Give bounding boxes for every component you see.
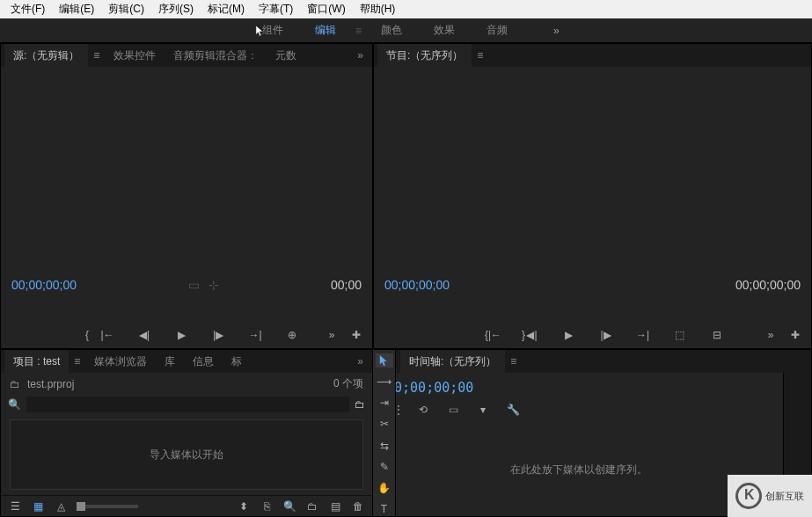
tab-media-browser[interactable]: 媒体浏览器: [85, 350, 156, 373]
sort-icon[interactable]: ⬍: [237, 499, 251, 513]
goto-in-icon[interactable]: |←: [100, 328, 114, 342]
project-panel: 项目 : test ≡ 媒体浏览器 库 信息 标 » 🗀 test.prproj…: [0, 349, 373, 517]
add-marker-icon[interactable]: ▭: [446, 403, 460, 417]
source-duration-time: 00;00: [331, 278, 362, 292]
menu-sequence[interactable]: 序列(S): [151, 2, 201, 17]
timeline-playhead-time: 00;00;00;00: [386, 380, 771, 396]
menu-window[interactable]: 窗口(W): [300, 2, 352, 17]
program-controls-overflow-icon[interactable]: »: [764, 328, 778, 342]
tab-markers[interactable]: 标: [223, 350, 251, 373]
source-add-button-icon[interactable]: ✚: [349, 328, 363, 342]
timeline-panel-menu-icon[interactable]: ≡: [505, 355, 522, 368]
menu-edit[interactable]: 编辑(E): [52, 2, 101, 17]
selection-tool-icon[interactable]: [376, 353, 393, 368]
project-panel-menu-icon[interactable]: ≡: [69, 355, 85, 368]
linked-selection-icon[interactable]: ⟲: [416, 403, 430, 417]
source-tabs: 源:（无剪辑） ≡ 效果控件 音频剪辑混合器： 元数 »: [1, 44, 372, 67]
tab-info[interactable]: 信息: [184, 350, 223, 373]
mark-in-icon[interactable]: {: [80, 328, 94, 342]
freeform-view-icon[interactable]: ◬: [54, 499, 68, 513]
tab-source[interactable]: 源:（无剪辑）: [4, 44, 88, 67]
program-mark-out-icon[interactable]: }: [516, 328, 530, 342]
source-viewport[interactable]: [1, 67, 372, 274]
source-monitor-panel: 源:（无剪辑） ≡ 效果控件 音频剪辑混合器： 元数 » 00;00;00;00…: [0, 43, 373, 349]
menu-file[interactable]: 文件(F): [4, 2, 52, 17]
workspace-color[interactable]: 颜色: [365, 18, 418, 42]
menu-clip[interactable]: 剪辑(C): [101, 2, 151, 17]
timeline-settings-icon[interactable]: ▾: [476, 403, 490, 417]
step-back-icon[interactable]: ◀|: [137, 328, 151, 342]
hand-tool-icon[interactable]: ✋: [376, 481, 393, 495]
play-icon[interactable]: ▶: [174, 328, 188, 342]
ripple-edit-tool-icon[interactable]: ⇥: [376, 396, 393, 410]
workspace-audio[interactable]: 音频: [471, 18, 523, 42]
workspace-bar: 组件 编辑 ≡ 颜色 效果 音频 »: [0, 18, 812, 43]
program-monitor-panel: 节目:（无序列） ≡ 00;00;00;00 00;00;00;00 { } |…: [373, 43, 812, 349]
project-tabs: 项目 : test ≡ 媒体浏览器 库 信息 标 »: [1, 350, 372, 373]
new-search-bin-icon[interactable]: 🗀: [355, 398, 365, 411]
program-mark-in-icon[interactable]: {: [479, 328, 494, 342]
tab-metadata[interactable]: 元数: [267, 44, 305, 67]
track-select-tool-icon[interactable]: ⟶: [376, 375, 393, 389]
watermark: 创新互联: [728, 475, 812, 517]
workspace-effects[interactable]: 效果: [418, 18, 471, 42]
pen-tool-icon[interactable]: ✎: [376, 460, 393, 474]
timeline-tabs: 时间轴:（无序列） ≡: [374, 350, 811, 373]
program-extract-icon[interactable]: ⊟: [710, 328, 724, 342]
tab-timeline[interactable]: 时间轴:（无序列）: [400, 350, 505, 373]
type-tool-icon[interactable]: T: [376, 502, 393, 516]
program-scrub-bar[interactable]: [374, 295, 811, 322]
source-tabs-overflow[interactable]: »: [352, 49, 369, 62]
workspace-overflow[interactable]: »: [541, 25, 572, 37]
icon-view-icon[interactable]: ▦: [31, 499, 45, 513]
source-scale-icon[interactable]: ⊹: [208, 278, 219, 292]
menu-help[interactable]: 帮助(H): [353, 2, 403, 17]
source-playhead-time: 00;00;00;00: [11, 278, 77, 292]
bin-icon[interactable]: 🗀: [10, 378, 20, 390]
source-fit-icon[interactable]: ▭: [188, 278, 200, 292]
source-scrub-bar[interactable]: [1, 295, 372, 322]
source-panel-menu-icon[interactable]: ≡: [88, 49, 105, 62]
insert-icon[interactable]: ⊕: [285, 328, 299, 342]
menu-marker[interactable]: 标记(M): [201, 2, 252, 17]
timeline-drop-area[interactable]: 在此处放下媒体以创建序列。: [374, 424, 783, 516]
source-controls-overflow-icon[interactable]: »: [325, 328, 339, 342]
program-add-button-icon[interactable]: ✚: [788, 328, 802, 342]
project-search-input[interactable]: [26, 397, 349, 412]
new-item-icon[interactable]: ▤: [328, 499, 342, 513]
find-icon[interactable]: 🔍: [282, 499, 296, 513]
tab-audio-clip-mixer[interactable]: 音频剪辑混合器：: [165, 44, 267, 67]
project-filename: test.prproj: [27, 378, 74, 390]
tab-effect-controls[interactable]: 效果控件: [105, 44, 165, 67]
workspace-assembly[interactable]: 组件: [246, 18, 299, 42]
list-view-icon[interactable]: ☰: [8, 499, 22, 513]
program-lift-icon[interactable]: ⬚: [673, 328, 687, 342]
delete-icon[interactable]: 🗑: [351, 499, 365, 513]
tab-program[interactable]: 节目:（无序列）: [377, 44, 472, 67]
thumbnail-size-slider[interactable]: [77, 505, 138, 508]
tool-palette: ⟶ ⇥ ✂ ⇆ ✎ ✋ T: [373, 350, 396, 516]
goto-out-icon[interactable]: →|: [248, 328, 262, 342]
program-goto-out-icon[interactable]: →|: [636, 328, 650, 342]
program-step-forward-icon[interactable]: |▶: [599, 328, 613, 342]
wrench-icon[interactable]: 🔧: [506, 403, 520, 417]
menu-bar: 文件(F) 编辑(E) 剪辑(C) 序列(S) 标记(M) 字幕(T) 窗口(W…: [0, 0, 812, 18]
step-forward-icon[interactable]: |▶: [211, 328, 225, 342]
program-panel-menu-icon[interactable]: ≡: [472, 49, 488, 62]
tab-library[interactable]: 库: [156, 350, 184, 373]
new-bin-icon[interactable]: 🗀: [305, 499, 319, 513]
menu-subtitle[interactable]: 字幕(T): [252, 2, 300, 17]
import-hint: 导入媒体以开始: [150, 448, 223, 462]
program-viewport[interactable]: [374, 67, 811, 274]
tab-project[interactable]: 项目 : test: [4, 350, 69, 373]
project-tabs-overflow[interactable]: »: [352, 355, 369, 368]
slip-tool-icon[interactable]: ⇆: [376, 439, 393, 453]
automate-icon[interactable]: ⎘: [260, 499, 274, 513]
razor-tool-icon[interactable]: ✂: [376, 417, 393, 431]
workspace-editing[interactable]: 编辑: [299, 18, 352, 42]
program-tabs: 节目:（无序列） ≡: [374, 44, 811, 67]
project-drop-area[interactable]: 导入媒体以开始: [10, 419, 363, 490]
program-playhead-time: 00;00;00;00: [384, 278, 450, 292]
search-icon[interactable]: 🔍: [8, 398, 21, 411]
program-play-icon[interactable]: ▶: [562, 328, 576, 342]
